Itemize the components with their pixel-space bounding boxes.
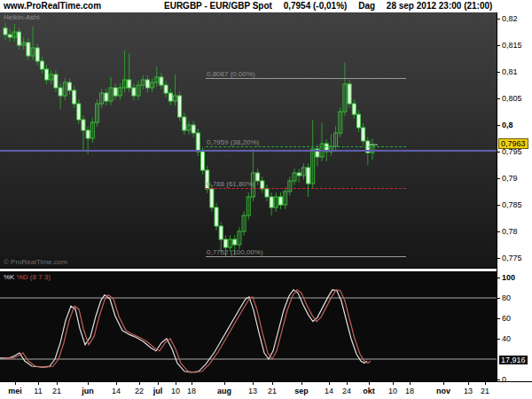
stoch-d-line	[4, 290, 371, 372]
datetime-label: 28 sep 2012 23:00 (21:00)	[387, 1, 493, 11]
brand-label: www.ProRealTime.com	[4, 1, 101, 11]
time-tick-label: 14	[112, 387, 121, 395]
fib-level-line	[206, 256, 406, 257]
candle-down	[362, 128, 365, 141]
stoch-tick-label: 60	[502, 314, 511, 323]
drawn-hline[interactable]	[0, 150, 497, 152]
time-tick	[369, 382, 370, 385]
candle-down	[256, 173, 260, 181]
time-tick	[15, 382, 16, 385]
time-tick	[116, 382, 117, 385]
price-tick	[497, 125, 500, 126]
price-tick-label: 0,8	[502, 121, 513, 129]
time-tick	[192, 382, 192, 385]
time-tick	[393, 382, 394, 385]
stochastic-k-label: %K	[4, 273, 14, 281]
stoch-tick	[497, 298, 500, 299]
stoch-tick	[497, 278, 500, 278]
fib-level-line	[206, 146, 406, 147]
candle-down	[59, 88, 62, 96]
candle-down	[40, 61, 43, 69]
time-tick	[468, 382, 469, 385]
price-tick	[497, 205, 500, 206]
candle-down	[54, 74, 58, 88]
candle-down	[86, 130, 90, 138]
time-tick-label: 13	[464, 387, 473, 395]
stoch-k-line	[0, 290, 367, 372]
candle-down	[183, 117, 186, 130]
candle-down	[356, 114, 360, 128]
candle-down	[279, 197, 283, 205]
current-price-badge: 0,7963	[498, 138, 528, 149]
price-axis[interactable]: 0,820,8150,810,8050,80,7950,790,7850,780…	[497, 12, 532, 381]
price-tick-label: 0,805	[502, 94, 522, 103]
price-tick	[497, 72, 500, 73]
time-tick	[301, 382, 302, 385]
candle-down	[145, 80, 149, 88]
stoch-tick	[497, 339, 500, 340]
candle-down	[18, 32, 21, 45]
candle-down	[348, 84, 351, 104]
stochastic-chart-svg	[0, 271, 497, 381]
candle-down	[178, 96, 182, 117]
stoch-tick-label: 80	[502, 293, 511, 302]
time-tick	[347, 382, 348, 385]
candle-down	[35, 48, 39, 61]
stoch-value-badge: 17,916	[498, 355, 528, 365]
candle-down	[4, 28, 7, 35]
price-tick	[497, 98, 500, 99]
candle-down	[128, 80, 131, 88]
watermark-label: © ProRealTime.com	[4, 258, 67, 266]
candle-down	[45, 69, 49, 80]
price-tick-label: 0,815	[502, 41, 522, 50]
candle-down	[67, 82, 71, 90]
fib-level-line	[206, 188, 406, 189]
time-tick-label: 21	[52, 387, 61, 395]
time-tick-label: okt	[363, 387, 375, 395]
time-tick	[485, 382, 486, 385]
stoch-tick-label: 100	[502, 273, 515, 282]
candle-down	[73, 90, 76, 104]
time-tick	[57, 382, 58, 385]
chart-title-group: EURGBP - EUR/GBP Spot 0,7954 (-0,01%) Da…	[164, 1, 501, 11]
time-tick-label: 10	[388, 387, 397, 395]
time-tick-label: 10	[171, 387, 180, 395]
price-tick-label: 0,81	[502, 67, 518, 76]
stochastic-panel[interactable]: %K %D (8 7 3)	[0, 271, 497, 381]
time-tick-label: jul	[153, 387, 163, 395]
time-tick-label: sep	[294, 387, 309, 395]
candle-down	[297, 173, 301, 176]
time-tick-label: mei	[8, 387, 22, 395]
time-tick-label: 24	[342, 387, 351, 395]
candle-down	[8, 35, 12, 37]
time-tick-label: 18	[405, 387, 414, 395]
time-tick-label: 22	[135, 387, 144, 395]
time-tick-label: 21	[481, 387, 489, 395]
candle-down	[105, 93, 108, 101]
candle-down	[270, 197, 273, 207]
time-tick-label: 11	[34, 387, 42, 395]
time-tick-label: 21	[268, 387, 277, 395]
candle-down	[132, 88, 136, 96]
time-tick-label: 13	[248, 387, 257, 395]
time-tick	[410, 382, 411, 385]
time-tick	[176, 382, 176, 385]
candle-down	[219, 226, 223, 239]
price-tick	[497, 178, 500, 179]
price-tick-label: 0,785	[502, 200, 522, 209]
candle-down	[113, 88, 117, 96]
time-axis[interactable]: mei1121jun1422jul1018aug1321sep1424okt10…	[0, 381, 532, 399]
timeframe-label: Dag	[358, 1, 375, 11]
indicator-label: %K %D (8 7 3)	[4, 273, 51, 281]
candle-down	[27, 43, 30, 56]
candle-down	[77, 104, 81, 120]
stochastic-d-label: %D (8 7 3)	[17, 273, 51, 281]
time-tick	[443, 382, 444, 385]
chart-style-label: Heikin-Ashi	[4, 13, 39, 21]
stoch-tick-label: 40	[502, 334, 511, 343]
stoch-tick	[497, 379, 500, 380]
candle-down	[307, 168, 310, 184]
price-chart-panel[interactable]: Heikin-Ashi © ProRealTime.com 0,8087 (0,…	[0, 12, 497, 268]
candle-down	[215, 207, 218, 226]
time-tick	[329, 382, 330, 385]
